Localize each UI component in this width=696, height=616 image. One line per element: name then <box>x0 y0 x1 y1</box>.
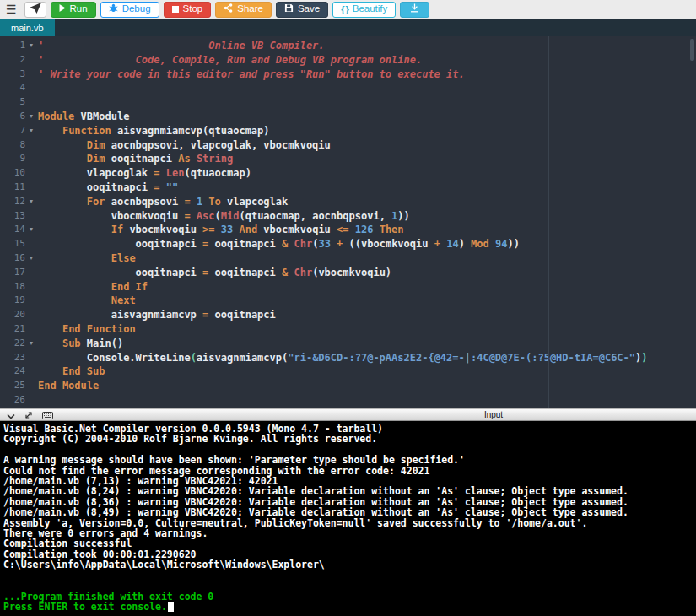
code-line[interactable]: 25 End Module <box>0 379 696 393</box>
console-line: /home/main.vb (8,49) : warning VBNC42020… <box>3 507 693 517</box>
chevron-down-icon <box>7 408 15 423</box>
code-text: Console.WriteLine(aisvagnmiamcvp("ri-&D6… <box>38 351 648 365</box>
code-line[interactable]: 19 Next <box>0 294 696 308</box>
code-line[interactable]: 21 End Function <box>0 322 696 337</box>
code-text: Else <box>38 251 136 266</box>
fold-arrow-icon[interactable]: ▾ <box>25 110 37 124</box>
code-text: ' Write your code in this editor and pre… <box>38 68 465 82</box>
line-number: 17 <box>0 266 25 280</box>
code-line[interactable]: 12▾ For aocnbqpsovi = 1 To vlapcoglak <box>0 195 696 209</box>
code-line[interactable]: 4 <box>0 81 696 95</box>
line-gutter: 19 <box>0 294 38 308</box>
console-line: C:\Users\info\AppData\Local\Microsoft\Wi… <box>3 559 693 570</box>
share-button[interactable]: Share <box>215 2 272 18</box>
code-text: aisvagnmiamcvp = ooqitnapci <box>38 308 276 322</box>
code-text: End Module <box>38 379 99 393</box>
fold-arrow-icon[interactable]: ▾ <box>25 195 37 209</box>
line-number: 2 <box>0 53 25 68</box>
collapse-console-button[interactable] <box>7 408 15 423</box>
line-gutter: 2 <box>0 53 38 68</box>
code-line[interactable]: 9 Dim ooqitnapci As String <box>0 152 696 166</box>
braces-icon: { } <box>341 5 348 14</box>
code-line[interactable]: 10 vlapcoglak = Len(qtuaocmap) <box>0 166 696 181</box>
code-line[interactable]: 24 End Sub <box>0 365 696 379</box>
code-text: vlapcoglak = Len(qtuaocmap) <box>38 166 251 181</box>
code-line[interactable]: 16▾ Else <box>0 251 696 266</box>
code-line[interactable]: 22▾ Sub Main() <box>0 337 696 351</box>
code-line[interactable]: 15 ooqitnapci = ooqitnapci & Chr(33 + ((… <box>0 237 696 251</box>
code-line[interactable]: 7▾ Function aisvagnmiamcvp(qtuaocmap) <box>0 124 696 138</box>
code-line[interactable]: 23 Console.WriteLine(aisvagnmiamcvp("ri-… <box>0 351 696 365</box>
debug-button[interactable]: Debug <box>100 2 159 18</box>
fold-spacer <box>25 152 37 166</box>
code-line[interactable]: 1▾' Online VB Compiler. <box>0 39 696 53</box>
download-icon <box>410 3 419 15</box>
code-line[interactable]: 6▾Module VBModule <box>0 110 696 124</box>
line-number: 11 <box>0 181 25 195</box>
fold-spacer <box>25 209 37 224</box>
code-line[interactable]: 18 End If <box>0 280 696 294</box>
line-number: 4 <box>0 81 25 95</box>
line-gutter: 20 <box>0 308 38 322</box>
code-line[interactable]: 14▾ If vbocmkvoqiu >= 33 And vbocmkvoqiu… <box>0 223 696 237</box>
fold-arrow-icon[interactable]: ▾ <box>25 223 37 237</box>
line-gutter: 10 <box>0 166 38 181</box>
beautify-button-label: Beautify <box>353 4 388 14</box>
code-text: If vbocmkvoqiu >= 33 And vbocmkvoqiu <= … <box>38 223 404 237</box>
download-button[interactable] <box>400 2 429 18</box>
expand-icon <box>24 408 33 423</box>
console-output[interactable]: Visual Basic.Net Compiler version 0.0.0.… <box>0 421 696 616</box>
code-text <box>38 393 44 408</box>
line-gutter: 4 <box>0 81 38 95</box>
code-editor[interactable]: 1▾' Online VB Compiler.2 ' Code, Compile… <box>0 36 696 408</box>
expand-console-button[interactable] <box>24 408 33 423</box>
column-ruler <box>548 36 549 408</box>
line-number: 21 <box>0 322 25 337</box>
code-text: Function aisvagnmiamcvp(qtuaocmap) <box>38 124 270 138</box>
fold-spacer <box>25 351 37 365</box>
tab-bar: main.vb <box>0 19 696 36</box>
fold-arrow-icon[interactable]: ▾ <box>25 251 37 266</box>
editor-scrollbar[interactable] <box>690 39 694 61</box>
line-gutter: 26 <box>0 393 38 408</box>
code-line[interactable]: 8 Dim aocnbqpsovi, vlapcoglak, vbocmkvoq… <box>0 138 696 153</box>
fold-arrow-icon[interactable]: ▾ <box>25 337 37 351</box>
code-text: End Sub <box>38 365 105 379</box>
fold-spacer <box>25 266 37 280</box>
fold-spacer <box>25 322 37 337</box>
code-text <box>38 95 44 110</box>
code-line[interactable]: 11 ooqitnapci = "" <box>0 181 696 195</box>
code-text: Next <box>38 294 136 308</box>
fold-spacer <box>25 95 37 110</box>
console-line: A warning message should have been shown… <box>3 455 693 465</box>
code-line[interactable]: 26 <box>0 393 696 408</box>
code-line[interactable]: 3 ' Write your code in this editor and p… <box>0 68 696 82</box>
line-number: 15 <box>0 237 25 251</box>
line-number: 24 <box>0 365 25 379</box>
line-gutter: 3 <box>0 68 38 82</box>
fold-arrow-icon[interactable]: ▾ <box>25 39 37 53</box>
line-number: 8 <box>0 138 25 153</box>
line-number: 3 <box>0 68 25 82</box>
line-gutter: 12▾ <box>0 195 38 209</box>
keyboard-button[interactable] <box>42 408 53 423</box>
input-label: Input <box>484 410 503 419</box>
fold-arrow-icon[interactable]: ▾ <box>25 124 37 138</box>
line-number: 26 <box>0 393 25 408</box>
beautify-button[interactable]: { } Beautify <box>332 2 396 18</box>
stop-button[interactable]: Stop <box>164 2 212 18</box>
code-text: ' Online VB Compiler. <box>38 39 325 53</box>
code-line[interactable]: 13 vbocmkvoqiu = Asc(Mid(qtuaocmap, aocn… <box>0 209 696 224</box>
line-number: 14 <box>0 223 25 237</box>
code-line[interactable]: 5 <box>0 95 696 110</box>
save-button[interactable]: Save <box>276 2 328 18</box>
line-gutter: 1▾ <box>0 39 38 53</box>
code-text: ooqitnapci = ooqitnapci & Chr(33 + ((vbo… <box>38 237 520 251</box>
launch-button[interactable] <box>24 2 46 18</box>
menu-button[interactable]: ☰ <box>3 2 20 18</box>
run-button[interactable]: Run <box>51 2 96 18</box>
code-line[interactable]: 2 ' Code, Compile, Run and Debug VB prog… <box>0 53 696 68</box>
code-line[interactable]: 20 aisvagnmiamcvp = ooqitnapci <box>0 308 696 322</box>
code-line[interactable]: 17 ooqitnapci = ooqitnapci & Chr(vbocmkv… <box>0 266 696 280</box>
tab-main-vb[interactable]: main.vb <box>0 19 55 36</box>
